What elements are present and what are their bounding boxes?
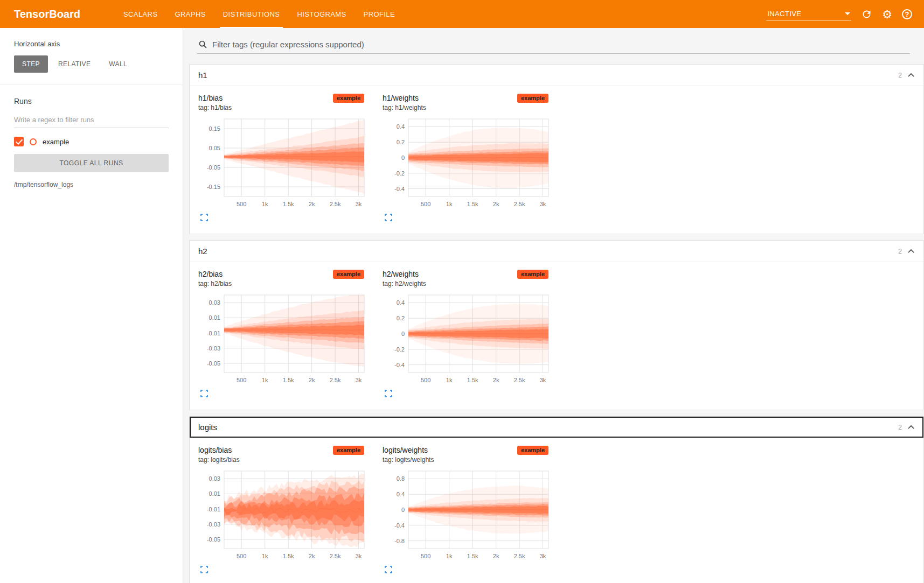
- chart-title: logits/bias: [198, 446, 240, 454]
- svg-text:1k: 1k: [262, 377, 268, 383]
- svg-text:-0.2: -0.2: [394, 170, 405, 177]
- svg-text:3k: 3k: [540, 201, 546, 207]
- svg-text:0.03: 0.03: [209, 475, 220, 482]
- svg-text:0.4: 0.4: [397, 123, 405, 130]
- distribution-plot[interactable]: 5001k1.5k2k2.5k3k0.150.05-0.05-0.15: [198, 115, 370, 210]
- distribution-plot[interactable]: 5001k1.5k2k2.5k3k0.40.20-0.2-0.4: [383, 115, 554, 210]
- chart-tag: tag: h2/bias: [198, 280, 232, 287]
- svg-text:1.5k: 1.5k: [283, 553, 294, 559]
- svg-text:0.01: 0.01: [209, 490, 220, 497]
- svg-text:2k: 2k: [493, 377, 499, 383]
- expand-icon[interactable]: [199, 389, 209, 400]
- tab-histograms[interactable]: HISTOGRAMS: [288, 0, 355, 28]
- gear-icon[interactable]: ⚙: [882, 9, 892, 20]
- tab-profile[interactable]: PROFILE: [355, 0, 404, 28]
- axis-step-button[interactable]: STEP: [14, 55, 48, 73]
- chart-card: logits/weights tag: logits/weights examp…: [383, 446, 554, 576]
- app-title: TensorBoard: [0, 0, 94, 28]
- svg-text:0.2: 0.2: [397, 315, 405, 321]
- run-checkbox[interactable]: [14, 137, 24, 146]
- svg-text:0.15: 0.15: [209, 125, 220, 132]
- svg-text:2k: 2k: [309, 553, 315, 559]
- svg-text:2k: 2k: [309, 377, 315, 383]
- svg-text:3k: 3k: [356, 377, 362, 383]
- collapse-chevron-icon[interactable]: [907, 424, 915, 430]
- svg-text:0.4: 0.4: [397, 491, 405, 497]
- svg-text:500: 500: [421, 201, 430, 207]
- svg-text:2.5k: 2.5k: [330, 201, 341, 207]
- tag-filter-row: [197, 36, 910, 54]
- svg-text:1k: 1k: [262, 201, 268, 207]
- expand-icon[interactable]: [199, 565, 209, 576]
- svg-text:2.5k: 2.5k: [514, 201, 525, 207]
- runs-regex-input[interactable]: [14, 112, 169, 128]
- axis-wall-button[interactable]: WALL: [101, 55, 135, 73]
- tag-section-logits: logits 2 logits/bias tag: logits/bias: [189, 416, 924, 583]
- collapse-chevron-icon[interactable]: [907, 72, 915, 78]
- distribution-plot[interactable]: 5001k1.5k2k2.5k3k0.030.01-0.01-0.03-0.05: [198, 291, 370, 387]
- svg-text:0.05: 0.05: [209, 145, 220, 151]
- app-header: TensorBoard SCALARS GRAPHS DISTRIBUTIONS…: [0, 0, 924, 28]
- expand-icon[interactable]: [384, 565, 393, 576]
- chart-title: h1/bias: [198, 94, 232, 102]
- chart-card: h2/bias tag: h2/bias example 5001k1.5k2k…: [198, 270, 370, 400]
- chart-tag: tag: h2/weights: [383, 280, 426, 287]
- main-content: h1 2 h1/bias tag: h1/bias example: [183, 28, 924, 583]
- refresh-icon[interactable]: [861, 9, 872, 20]
- svg-text:500: 500: [237, 553, 246, 559]
- toggle-all-runs-button[interactable]: TOGGLE ALL RUNS: [14, 154, 169, 172]
- tab-graphs[interactable]: GRAPHS: [166, 0, 214, 28]
- status-dropdown[interactable]: INACTIVE: [766, 8, 851, 20]
- svg-text:500: 500: [237, 201, 246, 207]
- run-badge: example: [333, 94, 364, 103]
- svg-text:2.5k: 2.5k: [514, 377, 525, 383]
- chart-count: 2: [898, 248, 902, 255]
- run-badge: example: [333, 446, 364, 455]
- run-label: example: [43, 138, 69, 146]
- runs-heading: Runs: [14, 97, 169, 106]
- chevron-down-icon: [845, 12, 850, 15]
- distribution-plot[interactable]: 5001k1.5k2k2.5k3k0.80.40-0.4-0.8: [383, 467, 554, 563]
- svg-text:3k: 3k: [540, 377, 546, 383]
- collapse-chevron-icon[interactable]: [907, 248, 915, 254]
- tab-scalars[interactable]: SCALARS: [115, 0, 166, 28]
- svg-text:-0.03: -0.03: [207, 345, 220, 352]
- tag-filter-input[interactable]: [212, 40, 909, 49]
- svg-text:-0.15: -0.15: [207, 184, 220, 190]
- svg-text:-0.05: -0.05: [207, 536, 220, 543]
- chart-title: h2/weights: [383, 270, 426, 278]
- svg-text:0.4: 0.4: [397, 299, 405, 306]
- chart-count: 2: [898, 72, 902, 79]
- svg-text:2.5k: 2.5k: [330, 553, 341, 559]
- chart-title: h2/bias: [198, 270, 232, 278]
- svg-text:-0.8: -0.8: [394, 538, 405, 544]
- tab-distributions[interactable]: DISTRIBUTIONS: [214, 0, 289, 28]
- expand-icon[interactable]: [384, 213, 393, 224]
- tag-section-h2: h2 2 h2/bias tag: h2/bias example: [189, 240, 924, 410]
- svg-text:2.5k: 2.5k: [330, 377, 341, 383]
- svg-text:1k: 1k: [446, 553, 453, 559]
- section-header[interactable]: logits 2: [190, 417, 923, 438]
- distribution-plot[interactable]: 5001k1.5k2k2.5k3k0.030.01-0.01-0.03-0.05: [198, 467, 370, 563]
- svg-text:-0.01: -0.01: [207, 330, 220, 336]
- section-header[interactable]: h1 2: [190, 65, 923, 86]
- svg-text:0: 0: [401, 154, 405, 161]
- expand-icon[interactable]: [199, 213, 209, 224]
- section-title: h1: [198, 71, 207, 80]
- svg-text:2.5k: 2.5k: [514, 553, 525, 559]
- expand-icon[interactable]: [384, 389, 393, 400]
- svg-text:-0.4: -0.4: [394, 522, 405, 529]
- chart-tag: tag: h1/weights: [383, 104, 426, 111]
- distribution-plot[interactable]: 5001k1.5k2k2.5k3k0.40.20-0.2-0.4: [383, 291, 554, 387]
- help-icon[interactable]: ?: [902, 9, 912, 19]
- section-title: h2: [198, 247, 207, 256]
- svg-text:-0.4: -0.4: [394, 186, 405, 192]
- section-title: logits: [198, 423, 217, 432]
- axis-relative-button[interactable]: RELATIVE: [50, 55, 99, 73]
- svg-text:1k: 1k: [262, 553, 268, 559]
- run-row: example: [14, 137, 169, 146]
- svg-text:0: 0: [401, 507, 405, 513]
- section-header[interactable]: h2 2: [190, 241, 923, 262]
- chart-card: h1/weights tag: h1/weights example 5001k…: [383, 94, 554, 224]
- svg-text:0.8: 0.8: [397, 475, 405, 482]
